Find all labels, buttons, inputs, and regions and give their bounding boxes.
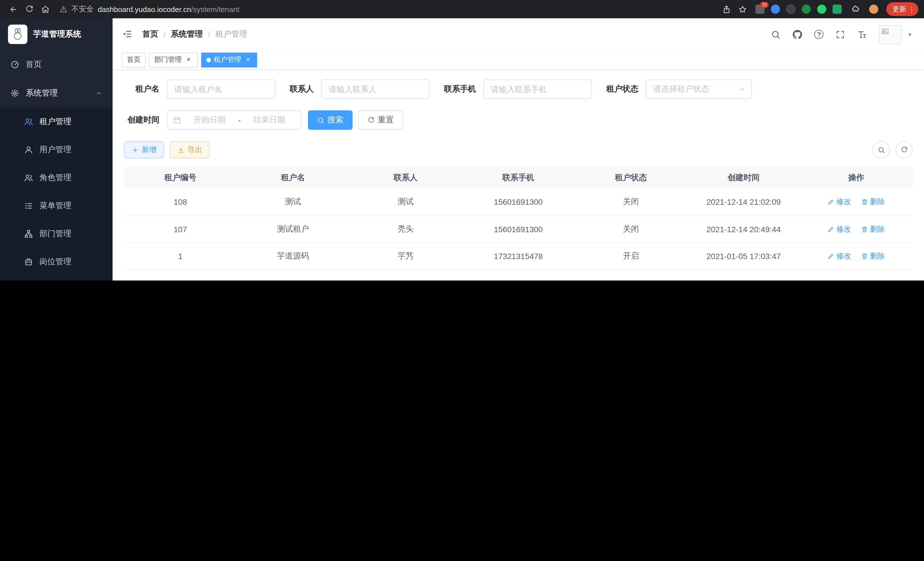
update-label: 更新 bbox=[892, 4, 906, 14]
extensions-puzzle-icon[interactable] bbox=[848, 2, 863, 17]
github-icon[interactable] bbox=[793, 29, 802, 39]
chevron-down-icon bbox=[738, 86, 746, 93]
table-row: 1 芋道源码 芋艿 17321315478 开启 2021-01-05 17:0… bbox=[124, 242, 913, 269]
cell-tenant-id: 108 bbox=[124, 189, 237, 216]
tag-label: 部门管理 bbox=[154, 55, 182, 65]
cell-created: 2021-12-14 20:49:44 bbox=[687, 216, 800, 242]
sidebar-item-dept[interactable]: 部门管理 bbox=[0, 220, 112, 248]
cell-tenant-id: 107 bbox=[124, 216, 237, 242]
search-button[interactable]: 搜索 bbox=[308, 110, 352, 130]
extension-icon[interactable] bbox=[786, 5, 795, 14]
user-avatar[interactable] bbox=[879, 25, 902, 44]
export-button[interactable]: 导出 bbox=[170, 141, 210, 158]
sidebar-item-system[interactable]: 系统管理 bbox=[0, 79, 112, 108]
contact-input[interactable] bbox=[321, 80, 430, 99]
broken-image-icon bbox=[881, 27, 890, 35]
cell-actions: 修改 删除 bbox=[800, 189, 913, 216]
extension-icon[interactable] bbox=[771, 5, 780, 14]
app-header: 首页 / 系统管理 / 租户管理 ? ▾ bbox=[112, 18, 924, 50]
cell-mobile: 15601691300 bbox=[462, 189, 574, 216]
delete-link[interactable]: 删除 bbox=[861, 224, 885, 234]
tenant-icon bbox=[24, 117, 33, 126]
delete-link[interactable]: 删除 bbox=[861, 251, 885, 261]
extension-icon[interactable]: 10 bbox=[755, 5, 765, 14]
trash-icon bbox=[861, 199, 868, 206]
toggle-search-button[interactable] bbox=[873, 141, 890, 158]
add-button[interactable]: 新增 bbox=[124, 141, 164, 158]
column-header-tenant-id: 租户编号 bbox=[124, 167, 237, 189]
active-dot bbox=[206, 57, 211, 62]
edit-link[interactable]: 修改 bbox=[828, 197, 851, 207]
header-search-icon[interactable] bbox=[771, 29, 781, 39]
sidebar-item-post[interactable]: 岗位管理 bbox=[0, 248, 112, 276]
edit-icon bbox=[828, 199, 835, 206]
sidebar-item-home[interactable]: 首页 bbox=[0, 50, 112, 79]
cell-status: 开启 bbox=[574, 242, 687, 269]
extension-icon[interactable] bbox=[802, 5, 811, 14]
extension-icon[interactable] bbox=[817, 5, 826, 14]
share-icon[interactable] bbox=[719, 2, 734, 17]
cell-created: 2021-01-05 17:03:47 bbox=[687, 242, 800, 269]
search-icon bbox=[317, 116, 325, 124]
sidebar-item-menu[interactable]: 菜单管理 bbox=[0, 192, 112, 220]
tags-view: 首页 部门管理 × 租户管理 × bbox=[112, 50, 924, 70]
menu-tree-icon bbox=[24, 201, 33, 210]
refresh-table-button[interactable] bbox=[896, 141, 913, 158]
caret-down-icon[interactable]: ▾ bbox=[908, 31, 911, 38]
tag-dept[interactable]: 部门管理 × bbox=[149, 52, 198, 67]
browser-reload-button[interactable] bbox=[22, 2, 37, 17]
header-actions: ? ▾ bbox=[771, 25, 911, 44]
browser-back-button[interactable] bbox=[6, 2, 21, 17]
tag-label: 首页 bbox=[127, 55, 141, 65]
contact-label: 联系人 bbox=[290, 84, 314, 94]
breadcrumb-system[interactable]: 系统管理 bbox=[171, 29, 203, 39]
url-host: dashboard.yudao.iocoder.cn bbox=[98, 5, 191, 14]
app-title: 芋道管理系统 bbox=[33, 29, 81, 39]
refresh-icon bbox=[900, 146, 908, 153]
kebab-menu-icon: ⋮ bbox=[908, 5, 915, 14]
browser-home-button[interactable] bbox=[38, 2, 52, 17]
edit-link[interactable]: 修改 bbox=[828, 224, 851, 234]
mobile-input[interactable] bbox=[483, 80, 592, 99]
reset-button[interactable]: 重置 bbox=[358, 110, 403, 130]
url-text: dashboard.yudao.iocoder.cn/system/tenant bbox=[98, 5, 239, 14]
address-bar[interactable]: 不安全 dashboard.yudao.iocoder.cn/system/te… bbox=[59, 4, 712, 14]
briefcase-icon bbox=[24, 257, 33, 266]
cell-status: 关闭 bbox=[574, 189, 687, 216]
tenant-status-select[interactable]: 请选择租户状态 bbox=[646, 80, 752, 99]
create-time-label: 创建时间 bbox=[124, 115, 159, 125]
table-header-row: 租户编号 租户名 联系人 联系手机 租户状态 创建时间 操作 bbox=[124, 167, 913, 189]
sidebar-item-user[interactable]: 用户管理 bbox=[0, 135, 112, 164]
close-icon[interactable]: × bbox=[244, 56, 252, 64]
browser-profile-avatar[interactable] bbox=[869, 5, 878, 14]
help-icon[interactable]: ? bbox=[814, 30, 824, 39]
app-logo[interactable]: 芋道管理系统 bbox=[0, 18, 112, 50]
date-end-placeholder: 结束日期 bbox=[243, 115, 296, 125]
browser-update-button[interactable]: 更新 ⋮ bbox=[886, 2, 918, 16]
cell-tenant-name: 测试 bbox=[237, 189, 349, 216]
sidebar-toggle-button[interactable] bbox=[121, 27, 134, 42]
font-size-icon[interactable] bbox=[857, 29, 867, 39]
tenant-name-input[interactable] bbox=[167, 80, 275, 99]
tenant-name-label: 租户名 bbox=[124, 84, 159, 94]
edit-icon bbox=[828, 226, 835, 232]
edit-link[interactable]: 修改 bbox=[828, 251, 851, 261]
tag-tenant[interactable]: 租户管理 × bbox=[201, 52, 257, 67]
fullscreen-icon[interactable] bbox=[836, 29, 845, 39]
download-icon bbox=[177, 146, 184, 153]
tag-home[interactable]: 首页 bbox=[122, 52, 146, 67]
breadcrumb-home[interactable]: 首页 bbox=[142, 29, 158, 39]
bookmark-star-icon[interactable] bbox=[735, 2, 750, 17]
sidebar-item-role[interactable]: 角色管理 bbox=[0, 164, 112, 192]
cell-mobile: 17321315478 bbox=[462, 242, 574, 269]
sidebar-item-dict[interactable]: 字典管理 bbox=[0, 276, 112, 281]
sidebar-item-tenant[interactable]: 租户管理 bbox=[0, 108, 112, 135]
close-icon[interactable]: × bbox=[184, 56, 193, 64]
extension-icon[interactable] bbox=[832, 5, 842, 14]
calendar-icon bbox=[173, 116, 181, 124]
dashboard-icon bbox=[10, 60, 20, 69]
create-time-range-picker[interactable]: 开始日期 - 结束日期 bbox=[167, 110, 302, 130]
delete-link[interactable]: 删除 bbox=[861, 197, 885, 207]
column-header-status: 租户状态 bbox=[574, 167, 687, 189]
column-header-contact: 联系人 bbox=[350, 167, 462, 189]
